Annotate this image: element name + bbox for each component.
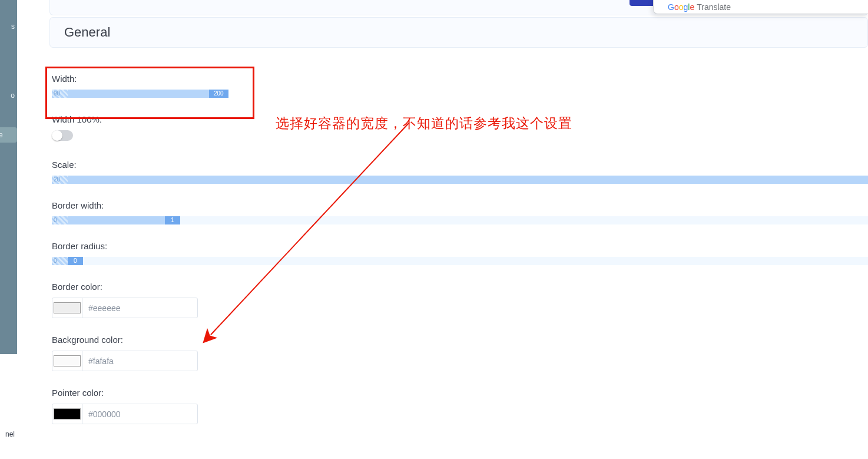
toggle-knob: [52, 130, 62, 141]
google-logo: Google: [668, 2, 694, 12]
bgc-swatch-button[interactable]: [52, 351, 82, 371]
scale-label: Scale:: [52, 160, 868, 170]
borderr-label: Border radius:: [52, 241, 868, 251]
borderw-label: Border width:: [52, 200, 868, 210]
slider-thumb[interactable]: 200: [209, 90, 228, 98]
borderr-slider[interactable]: 0 0: [52, 257, 868, 265]
color-swatch: [54, 408, 81, 420]
field-width: Width: 90 200: [52, 67, 868, 98]
bgc-input: [52, 351, 198, 371]
width-slider[interactable]: 90 200: [52, 90, 226, 98]
slider-min: 90: [54, 90, 60, 98]
slider-thumb[interactable]: 1: [165, 216, 180, 224]
width100-toggle[interactable]: [52, 130, 73, 141]
slider-track: [52, 176, 868, 184]
bgc-label: Background color:: [52, 335, 868, 345]
field-background-color: Background color:: [52, 335, 868, 371]
borderc-input: [52, 298, 198, 318]
field-border-radius: Border radius: 0 0: [52, 241, 868, 265]
sidebar: s o e nel nel: [0, 0, 17, 459]
slider-thumb[interactable]: 0: [68, 257, 83, 265]
borderc-label: Border color:: [52, 282, 868, 292]
scale-slider[interactable]: 20: [52, 176, 868, 184]
field-border-color: Border color:: [52, 282, 868, 318]
translate-label: Translate: [697, 2, 731, 12]
field-border-width: Border width: 0 1: [52, 200, 868, 224]
borderc-swatch-button[interactable]: [52, 298, 82, 318]
slider-fill: [52, 216, 165, 224]
google-translate-popup[interactable]: Google Translate: [653, 0, 868, 14]
main-panel: General Width: 90 200 Width 100%: Scale:: [17, 0, 868, 459]
sidebar-item[interactable]: nel: [5, 430, 15, 438]
sidebar-item[interactable]: s: [11, 22, 15, 31]
color-swatch: [54, 302, 81, 313]
borderc-hex-input[interactable]: [82, 298, 197, 318]
sidebar-item-active[interactable]: e: [0, 127, 17, 143]
slider-min: 20: [54, 176, 60, 184]
pointerc-swatch-button[interactable]: [52, 404, 82, 424]
borderw-slider[interactable]: 0 1: [52, 216, 868, 224]
slider-track: [52, 257, 868, 265]
annotation-text: 选择好容器的宽度，不知道的话参考我这个设置: [276, 114, 572, 133]
color-swatch: [54, 355, 81, 366]
slider-fill: [52, 90, 209, 98]
slider-min: 0: [54, 216, 57, 224]
sidebar-item[interactable]: o: [11, 91, 15, 100]
pointerc-hex-input[interactable]: [82, 404, 197, 424]
width-label: Width:: [52, 74, 868, 84]
field-pointer-color: Pointer color:: [52, 388, 868, 424]
section-title: General: [64, 25, 110, 40]
section-header-general[interactable]: General: [49, 17, 868, 48]
bgc-hex-input[interactable]: [82, 351, 197, 371]
pointerc-input: [52, 404, 198, 424]
pointerc-label: Pointer color:: [52, 388, 868, 398]
field-scale: Scale: 20: [52, 160, 868, 184]
slider-min: 0: [54, 257, 57, 265]
